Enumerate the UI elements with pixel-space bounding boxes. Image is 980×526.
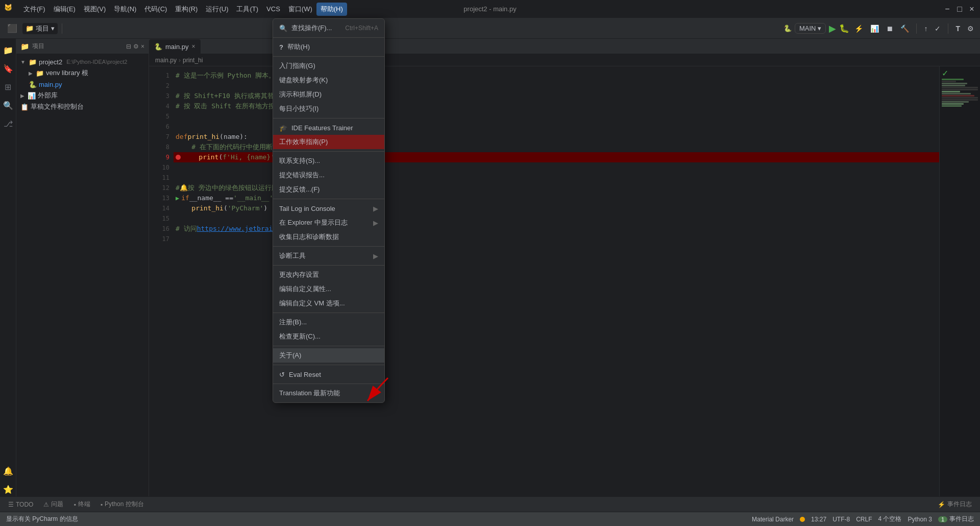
menu-help[interactable]: 帮助(H) [316, 3, 347, 16]
event-log-status[interactable]: 1 事件日志 [938, 515, 974, 523]
minimap-line [942, 79, 964, 80]
menu-window[interactable]: 窗口(W) [284, 3, 316, 16]
run-button[interactable]: ▶ [829, 23, 836, 34]
encoding-status[interactable]: UTF-8 [832, 516, 850, 523]
python-label: Python 3 [908, 516, 932, 523]
tab-close-button[interactable]: × [192, 43, 195, 50]
sidebar-project-icon[interactable]: 📁 [1, 43, 15, 57]
cursor-position-status[interactable]: 13:27 [811, 516, 826, 523]
line-num-10: 10 [149, 162, 169, 173]
sidebar-structure-icon[interactable]: ⊞ [1, 80, 15, 94]
tree-item-main-py[interactable]: 🐍 main.py [16, 79, 149, 90]
menu-submit-feedback[interactable]: 提交反馈...(F) [273, 182, 384, 197]
tree-item-project[interactable]: ▼ 📁 project2 E:\Python-IDEA\project2 [16, 56, 149, 67]
minimap-line [942, 85, 965, 86]
line-num-13: 13 [149, 193, 169, 203]
line-text: if [181, 193, 189, 203]
menu-edit[interactable]: 编辑(E) [50, 3, 80, 16]
menu-submit-bug[interactable]: 提交错误报告... [273, 168, 384, 182]
menu-tail-log[interactable]: Tail Log in Console ▶ [273, 201, 384, 216]
warning-icon: ⚠ [43, 501, 49, 508]
title-bar-left: 🐱 文件(F) 编辑(E) 视图(V) 导航(N) 代码(C) 重构(R) 运行… [0, 3, 347, 16]
menu-register[interactable]: 注册(B)... [273, 315, 384, 329]
sidebar-git-icon[interactable]: ⎇ [1, 116, 15, 131]
sidebar-find-icon[interactable]: 🔍 [1, 98, 15, 112]
close-button[interactable]: × [968, 5, 976, 13]
todo-tab[interactable]: ☰ TODO [4, 500, 37, 509]
material-theme-status[interactable]: Material Darker [752, 516, 794, 523]
project-selector[interactable]: 📁 项目 ▾ [22, 23, 58, 34]
menu-tip-of-day[interactable]: 每日小技巧(I) [273, 102, 384, 116]
git-update-button[interactable]: ↑ [922, 22, 929, 35]
toolbar-nav-back[interactable]: ⬛ [4, 22, 20, 34]
menu-demo[interactable]: 演示和抓屏(D) [273, 87, 384, 102]
breadcrumb-function[interactable]: print_hi [183, 57, 203, 64]
editor-tab-main-py[interactable]: 🐍 main.py × [149, 39, 201, 54]
keyboard-ref-label: 键盘映射参考(K) [279, 76, 328, 85]
menu-collect-logs[interactable]: 收集日志和诊断数据 [273, 230, 384, 244]
menu-find-action[interactable]: 🔍 查找操作(F)... Ctrl+Shift+A [273, 21, 384, 35]
tab-label: main.py [165, 43, 189, 51]
scratch-icon: 📋 [20, 103, 29, 111]
debug-button[interactable]: 🐛 [839, 23, 849, 33]
diagnostic-label: 诊断工具 [279, 251, 306, 260]
menu-edit-props[interactable]: 编辑自定义属性... [273, 282, 384, 296]
terminal-tab[interactable]: ▪ 终端 [69, 499, 94, 510]
menu-vcs[interactable]: VCS [262, 3, 284, 15]
tree-item-scratch[interactable]: 📋 草稿文件和控制台 [16, 101, 149, 112]
indent-status[interactable]: 4 个空格 [878, 515, 901, 523]
menu-run[interactable]: 运行(U) [202, 3, 232, 16]
menu-keyboard-ref[interactable]: 键盘映射参考(K) [273, 73, 384, 87]
dropdown-arrow-icon: ▾ [818, 25, 821, 32]
theme-label: Material Darker [752, 516, 794, 523]
help-menu[interactable]: 🔍 查找操作(F)... Ctrl+Shift+A ? 帮助(H) 入门指南(G… [273, 18, 385, 403]
menu-eval-reset[interactable]: ↺ Eval Reset [273, 367, 384, 381]
shortcut-label: Ctrl+Shift+A [345, 25, 378, 32]
menu-about[interactable]: 关于(A) [273, 348, 384, 363]
menu-ide-trainer[interactable]: 🎓 IDE Features Trainer [273, 121, 384, 135]
git-commit-button[interactable]: ✓ [933, 22, 943, 35]
coverage-button[interactable]: ⚡ [852, 22, 865, 35]
menu-navigate[interactable]: 导航(N) [110, 3, 140, 16]
minimize-button[interactable]: − [943, 5, 951, 13]
settings-button[interactable]: ⚙ [965, 22, 976, 35]
problems-tab[interactable]: ⚠ 问题 [39, 499, 67, 510]
tree-item-external-libs[interactable]: ▶ 📊 外部库 [16, 90, 149, 101]
menu-getting-started[interactable]: 入门指南(G) [273, 59, 384, 73]
menu-edit-vm[interactable]: 编辑自定义 VM 选项... [273, 296, 384, 310]
profile-button[interactable]: 📊 [868, 22, 881, 35]
stop-button[interactable]: ⏹ [884, 22, 895, 35]
tree-item-venv[interactable]: ▶ 📁 venv library 根 [16, 67, 149, 79]
menu-refactor[interactable]: 重构(R) [171, 3, 202, 16]
python-icon-btn[interactable]: 🐍 [783, 25, 792, 32]
props-label: 编辑自定义属性... [279, 284, 331, 294]
collapse-all-button[interactable]: ⊟ [126, 43, 131, 50]
run-config-selector[interactable]: MAIN ▾ [795, 23, 826, 34]
menu-productivity-guide[interactable]: 工作效率指南(P) [273, 135, 384, 149]
close-panel-button[interactable]: × [141, 43, 144, 50]
menu-contact-support[interactable]: 联系支持(S)... [273, 154, 384, 168]
maximize-button[interactable]: □ [955, 5, 964, 13]
event-log-tab[interactable]: ⚡ 事件日志 [934, 499, 976, 510]
menu-code[interactable]: 代码(C) [140, 3, 171, 16]
menu-view[interactable]: 视图(V) [80, 3, 110, 16]
menu-file[interactable]: 文件(F) [19, 3, 50, 16]
menu-help[interactable]: ? 帮助(H) [273, 40, 384, 54]
menu-show-log[interactable]: 在 Explorer 中显示日志 ▶ [273, 216, 384, 230]
sidebar-star-icon[interactable]: ⭐ [1, 482, 15, 496]
sidebar-bookmark-icon[interactable]: 🔖 [1, 61, 15, 76]
venv-label: venv library 根 [46, 68, 88, 78]
settings-icon[interactable]: ⚙ [133, 43, 139, 50]
menu-change-memory[interactable]: 更改内存设置 [273, 268, 384, 282]
menu-diagnostic[interactable]: 诊断工具 ▶ [273, 249, 384, 263]
breadcrumb-file[interactable]: main.py [155, 57, 177, 64]
translate-button[interactable]: T [953, 22, 962, 35]
python-version-status[interactable]: Python 3 [908, 516, 932, 523]
menu-translation[interactable]: Translation 最新功能 [273, 386, 384, 400]
build-button[interactable]: 🔨 [898, 22, 911, 35]
menu-check-updates[interactable]: 检查更新(C)... [273, 329, 384, 344]
line-sep-status[interactable]: CRLF [856, 516, 872, 523]
menu-tools[interactable]: 工具(T) [232, 3, 262, 16]
python-console-tab[interactable]: ▪ Python 控制台 [96, 499, 148, 510]
sidebar-notifications-icon[interactable]: 🔔 [1, 464, 15, 478]
